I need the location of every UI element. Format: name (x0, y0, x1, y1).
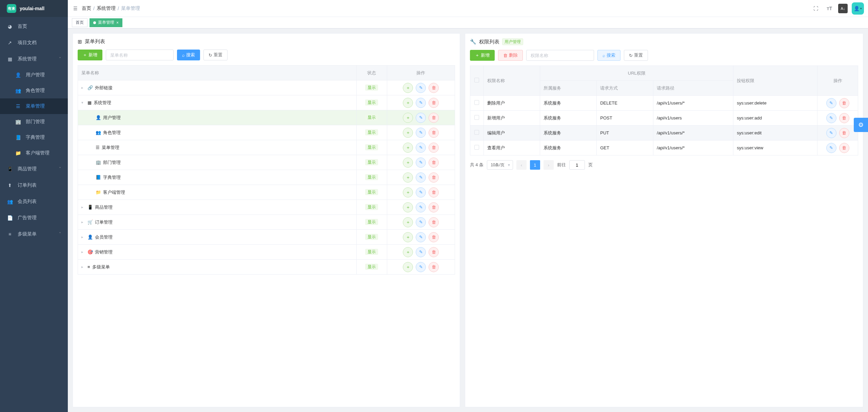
row-delete-button[interactable]: 🗑 (429, 172, 439, 183)
menu-row[interactable]: ▸🛒订单管理显示＋✎🗑 (78, 215, 455, 230)
sidebar-item-首页[interactable]: ◕首页 (0, 18, 68, 35)
row-delete-button[interactable]: 🗑 (429, 247, 439, 257)
perm-row[interactable]: 删除用户系统服务DELETE/api/v1/users/*sys:user:de… (470, 96, 858, 111)
row-add-button[interactable]: ＋ (403, 143, 413, 153)
breadcrumb-group[interactable]: 系统管理 (97, 5, 116, 12)
row-delete-button[interactable]: 🗑 (429, 187, 439, 198)
row-edit-button[interactable]: ✎ (416, 202, 426, 212)
avatar[interactable]: 👤▾ (852, 2, 864, 15)
sidebar-item-用户管理[interactable]: 👤用户管理 (0, 67, 68, 83)
expand-icon[interactable]: ▸ (81, 250, 85, 254)
perm-search-input[interactable] (526, 50, 594, 61)
prev-page-button[interactable]: ‹ (516, 160, 527, 170)
sidebar-item-广告管理[interactable]: 📄广告管理 (0, 210, 68, 226)
settings-fab[interactable]: ⚙ (854, 118, 868, 132)
row-delete-button[interactable]: 🗑 (839, 128, 849, 138)
row-delete-button[interactable]: 🗑 (429, 217, 439, 227)
row-checkbox[interactable] (474, 115, 479, 120)
sidebar-item-项目文档[interactable]: ↗项目文档 (0, 35, 68, 51)
row-edit-button[interactable]: ✎ (826, 113, 836, 123)
sidebar-item-字典管理[interactable]: 📘字典管理 (0, 130, 68, 145)
menu-reset-button[interactable]: ↻ 重置 (203, 50, 228, 60)
sidebar-item-系统管理[interactable]: ▦系统管理˄ (0, 51, 68, 67)
menu-row[interactable]: ▸🔗外部链接显示＋✎🗑 (78, 80, 455, 95)
menu-search-input[interactable] (106, 50, 174, 60)
row-add-button[interactable]: ＋ (403, 98, 413, 108)
row-add-button[interactable]: ＋ (403, 113, 413, 123)
row-edit-button[interactable]: ✎ (416, 128, 426, 138)
row-edit-button[interactable]: ✎ (416, 247, 426, 257)
row-edit-button[interactable]: ✎ (416, 83, 426, 93)
expand-icon[interactable]: ▸ (81, 235, 85, 239)
next-page-button[interactable]: › (544, 160, 554, 170)
perm-row[interactable]: 新增用户系统服务POST/api/v1/userssys:user:add✎🗑 (470, 111, 858, 126)
row-add-button[interactable]: ＋ (403, 157, 413, 168)
row-delete-button[interactable]: 🗑 (429, 157, 439, 168)
row-edit-button[interactable]: ✎ (826, 143, 836, 153)
row-add-button[interactable]: ＋ (403, 202, 413, 212)
perm-delete-button[interactable]: 🗑 删除 (498, 50, 523, 61)
row-delete-button[interactable]: 🗑 (429, 128, 439, 138)
menu-row[interactable]: 👤用户管理显示＋✎🗑 (78, 110, 455, 125)
menu-row[interactable]: ☰菜单管理显示＋✎🗑 (78, 140, 455, 155)
row-add-button[interactable]: ＋ (403, 247, 413, 257)
row-edit-button[interactable]: ✎ (416, 187, 426, 198)
expand-icon[interactable]: ▸ (81, 86, 85, 90)
row-add-button[interactable]: ＋ (403, 83, 413, 93)
tab-home[interactable]: 首页 (72, 18, 87, 27)
perm-add-button[interactable]: ＋ 新增 (470, 50, 495, 61)
perm-row[interactable]: 查看用户系统服务GET/api/v1/users/*sys:user:view✎… (470, 141, 858, 155)
perm-search-button[interactable]: ⌕ 搜索 (597, 50, 620, 61)
row-edit-button[interactable]: ✎ (416, 113, 426, 123)
menu-add-button[interactable]: ＋ 新增 (78, 50, 102, 60)
expand-icon[interactable]: ▸ (81, 205, 85, 209)
row-add-button[interactable]: ＋ (403, 172, 413, 183)
row-delete-button[interactable]: 🗑 (429, 262, 439, 272)
menu-row[interactable]: ▸🎯营销管理显示＋✎🗑 (78, 245, 455, 260)
row-edit-button[interactable]: ✎ (416, 157, 426, 168)
row-delete-button[interactable]: 🗑 (429, 83, 439, 93)
row-delete-button[interactable]: 🗑 (839, 143, 849, 153)
row-add-button[interactable]: ＋ (403, 232, 413, 242)
tab-menu-mgmt[interactable]: 菜单管理 × (90, 18, 122, 27)
page-1-button[interactable]: 1 (530, 160, 540, 170)
row-delete-button[interactable]: 🗑 (429, 232, 439, 242)
row-delete-button[interactable]: 🗑 (429, 98, 439, 108)
menu-row[interactable]: ▸👤会员管理显示＋✎🗑 (78, 230, 455, 245)
expand-icon[interactable]: ▸ (81, 265, 85, 269)
row-edit-button[interactable]: ✎ (826, 98, 836, 108)
menu-row[interactable]: ▸📱商品管理显示＋✎🗑 (78, 200, 455, 215)
row-add-button[interactable]: ＋ (403, 262, 413, 272)
menu-row[interactable]: ▾▦系统管理显示＋✎🗑 (78, 95, 455, 110)
menu-row[interactable]: 📘字典管理显示＋✎🗑 (78, 170, 455, 185)
close-tab-icon[interactable]: × (116, 20, 119, 25)
sidebar-item-客户端管理[interactable]: 📁客户端管理 (0, 145, 68, 161)
row-edit-button[interactable]: ✎ (416, 217, 426, 227)
hamburger-icon[interactable]: ☰ (72, 6, 82, 11)
menu-row[interactable]: 👥角色管理显示＋✎🗑 (78, 125, 455, 140)
perm-row[interactable]: 编辑用户系统服务PUT/api/v1/users/*sys:user:edit✎… (470, 126, 858, 141)
sidebar-item-订单列表[interactable]: ⬆订单列表 (0, 177, 68, 193)
row-checkbox[interactable] (474, 145, 479, 150)
row-edit-button[interactable]: ✎ (416, 98, 426, 108)
app-logo[interactable]: 有来 youlai-mall (0, 0, 68, 17)
language-icon[interactable]: A↓ (838, 4, 848, 13)
row-add-button[interactable]: ＋ (403, 128, 413, 138)
expand-icon[interactable]: ▾ (81, 100, 85, 105)
menu-row[interactable]: 📁客户端管理显示＋✎🗑 (78, 185, 455, 200)
expand-icon[interactable]: ▸ (81, 220, 85, 224)
breadcrumb-home[interactable]: 首页 (82, 5, 91, 12)
fontsize-icon[interactable]: ᴛT (825, 4, 834, 13)
row-edit-button[interactable]: ✎ (416, 232, 426, 242)
row-edit-button[interactable]: ✎ (826, 128, 836, 138)
sidebar-item-菜单管理[interactable]: ☰菜单管理 (0, 98, 68, 114)
sidebar-item-商品管理[interactable]: 📱商品管理˅ (0, 161, 68, 177)
row-delete-button[interactable]: 🗑 (429, 143, 439, 153)
select-all-checkbox[interactable] (474, 78, 479, 82)
sidebar-item-部门管理[interactable]: 🏢部门管理 (0, 114, 68, 130)
row-delete-button[interactable]: 🗑 (429, 113, 439, 123)
goto-page-input[interactable] (569, 160, 585, 170)
sidebar-item-多级菜单[interactable]: ≡多级菜单˅ (0, 226, 68, 242)
menu-row[interactable]: ▸≡多级菜单显示＋✎🗑 (78, 260, 455, 275)
fullscreen-icon[interactable]: ⛶ (811, 4, 821, 13)
